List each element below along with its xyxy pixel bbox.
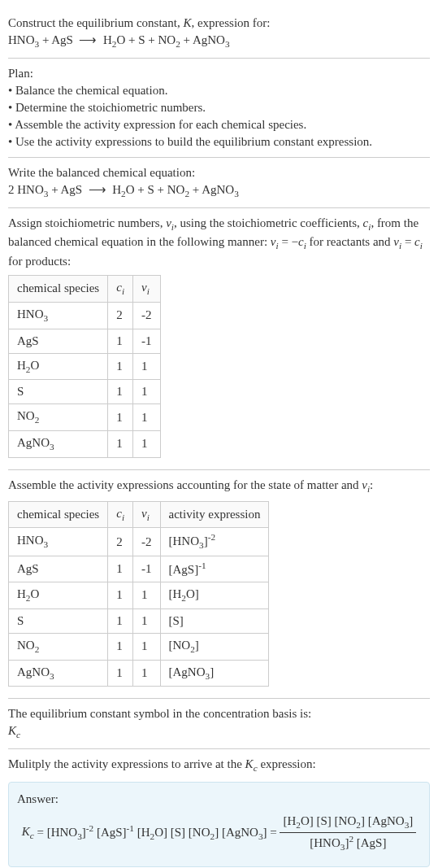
- K-symbol: K: [183, 16, 191, 29]
- fraction-denominator: [HNO3]2 [AgS]: [280, 833, 416, 854]
- cell-species: AgNO3: [9, 431, 108, 458]
- answer-expression: Kc = [HNO3]-2 [AgS]-1 [H2O] [S] [NO2] [A…: [17, 808, 421, 859]
- col-species: chemical species: [9, 276, 108, 303]
- cell-act: [H2O]: [160, 582, 269, 609]
- cell-vi: 1: [133, 633, 161, 660]
- cell-vi: 1: [133, 380, 161, 404]
- cell-ci: 1: [108, 582, 133, 609]
- table-row: HNO32-2: [9, 302, 161, 329]
- fraction: [H2O] [S] [NO2] [AgNO3] [HNO3]2 [AgS]: [280, 813, 416, 854]
- ksymbol-line: The equilibrium constant symbol in the c…: [8, 705, 430, 722]
- stoich-section: Assign stoichiometric numbers, νi, using…: [8, 208, 430, 470]
- cell-species: AgS: [9, 556, 108, 582]
- col-species: chemical species: [9, 501, 108, 528]
- table-row: H2O11: [9, 353, 161, 380]
- table-row: NO211: [9, 404, 161, 431]
- cell-species: AgS: [9, 329, 108, 353]
- cell-ci: 2: [108, 302, 133, 329]
- balanced-title: Write the balanced chemical equation:: [8, 164, 430, 181]
- table-row: AgS1-1[AgS]-1: [9, 556, 269, 582]
- cell-species: H2O: [9, 353, 108, 380]
- table-row: H2O11[H2O]: [9, 582, 269, 609]
- balanced-section: Write the balanced chemical equation: 2 …: [8, 158, 430, 208]
- cell-species: HNO3: [9, 528, 108, 556]
- cell-species: NO2: [9, 633, 108, 660]
- intro-text-1: Construct the equilibrium constant,: [8, 16, 183, 29]
- balanced-equation: 2 HNO3 + AgS ⟶ H2O + S + NO2 + AgNO3: [8, 181, 430, 201]
- cell-species: AgNO3: [9, 660, 108, 687]
- cell-ci: 1: [108, 431, 133, 458]
- cell-species: NO2: [9, 404, 108, 431]
- activity-intro: Assemble the activity expressions accoun…: [8, 477, 430, 496]
- col-vi: νi: [133, 501, 161, 528]
- table-row: HNO32-2[HNO3]-2: [9, 528, 269, 556]
- intro-section: Construct the equilibrium constant, K, e…: [8, 8, 430, 59]
- cell-ci: 1: [108, 633, 133, 660]
- activity-table: chemical species ci νi activity expressi…: [8, 501, 269, 687]
- cell-ci: 1: [108, 353, 133, 380]
- table-row: AgNO311: [9, 431, 161, 458]
- table-header-row: chemical species ci νi: [9, 276, 161, 303]
- cell-act: [S]: [160, 608, 269, 633]
- unbalanced-equation: HNO3 + AgS ⟶ H2O + S + NO2 + AgNO3: [8, 32, 430, 51]
- cell-vi: -2: [133, 302, 161, 329]
- intro-line: Construct the equilibrium constant, K, e…: [8, 15, 430, 32]
- cell-act: [HNO3]-2: [160, 528, 269, 556]
- cell-ci: 1: [108, 380, 133, 404]
- cell-vi: 1: [133, 608, 161, 633]
- cell-vi: 1: [133, 582, 161, 609]
- cell-vi: 1: [133, 353, 161, 380]
- plan-item-3: • Use the activity expressions to build …: [8, 133, 430, 150]
- cell-ci: 1: [108, 329, 133, 353]
- col-ci: ci: [108, 501, 133, 528]
- intro-text-2: , expression for:: [191, 16, 270, 29]
- stoich-intro: Assign stoichiometric numbers, νi, using…: [8, 215, 430, 271]
- cell-species: H2O: [9, 582, 108, 609]
- table-row: AgS1-1: [9, 329, 161, 353]
- table-row: NO211[NO2]: [9, 633, 269, 660]
- table-header-row: chemical species ci νi activity expressi…: [9, 501, 269, 528]
- cell-vi: -1: [133, 556, 161, 582]
- cell-vi: 1: [133, 660, 161, 687]
- col-activity: activity expression: [160, 501, 269, 528]
- cell-species: HNO3: [9, 302, 108, 329]
- multiply-line: Mulitply the activity expressions to arr…: [8, 756, 430, 775]
- ksymbol-section: The equilibrium constant symbol in the c…: [8, 699, 430, 749]
- cell-vi: -1: [133, 329, 161, 353]
- plan-item-0: • Balance the chemical equation.: [8, 82, 430, 99]
- cell-vi: 1: [133, 404, 161, 431]
- activity-section: Assemble the activity expressions accoun…: [8, 470, 430, 700]
- table-row: S11: [9, 380, 161, 404]
- cell-ci: 1: [108, 404, 133, 431]
- cell-ci: 1: [108, 608, 133, 633]
- cell-species: S: [9, 380, 108, 404]
- cell-vi: -2: [133, 528, 161, 556]
- cell-ci: 1: [108, 556, 133, 582]
- plan-item-2: • Assemble the activity expression for e…: [8, 116, 430, 133]
- plan-item-1: • Determine the stoichiometric numbers.: [8, 99, 430, 116]
- col-vi: νi: [133, 276, 161, 303]
- cell-vi: 1: [133, 431, 161, 458]
- multiply-section: Mulitply the activity expressions to arr…: [8, 749, 430, 868]
- table-row: S11[S]: [9, 608, 269, 633]
- cell-species: S: [9, 608, 108, 633]
- stoich-table: chemical species ci νi HNO32-2 AgS1-1 H2…: [8, 275, 161, 458]
- fraction-numerator: [H2O] [S] [NO2] [AgNO3]: [280, 813, 416, 833]
- answer-label: Answer:: [17, 791, 421, 808]
- kc-symbol: Kc: [8, 722, 430, 742]
- cell-act: [AgNO3]: [160, 660, 269, 687]
- answer-box: Answer: Kc = [HNO3]-2 [AgS]-1 [H2O] [S] …: [8, 782, 430, 868]
- cell-ci: 1: [108, 660, 133, 687]
- plan-section: Plan: • Balance the chemical equation. •…: [8, 59, 430, 158]
- col-ci: ci: [108, 276, 133, 303]
- cell-act: [NO2]: [160, 633, 269, 660]
- cell-act: [AgS]-1: [160, 556, 269, 582]
- cell-ci: 2: [108, 528, 133, 556]
- table-row: AgNO311[AgNO3]: [9, 660, 269, 687]
- plan-title: Plan:: [8, 65, 430, 82]
